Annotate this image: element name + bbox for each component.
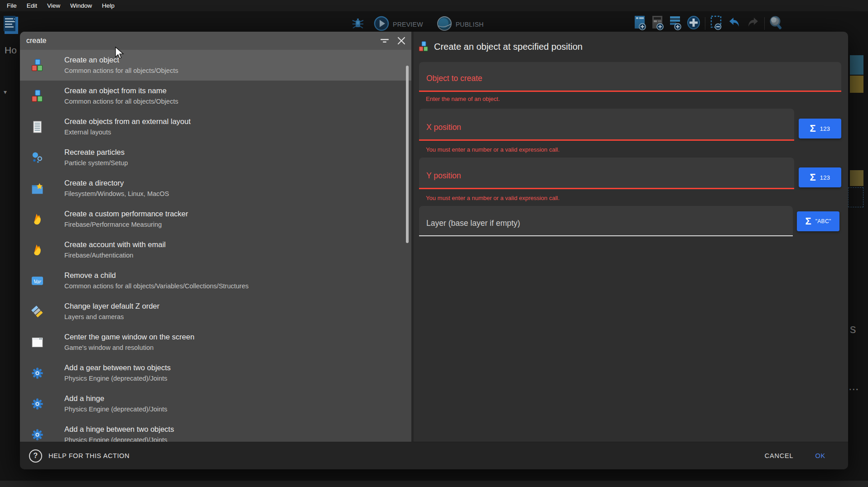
menu-bar: File Edit View Window Help bbox=[0, 0, 868, 11]
bg-scene-block-teal bbox=[850, 55, 863, 75]
sigma-icon: Σ bbox=[810, 124, 816, 134]
action-title: Create a custom performance tracker bbox=[64, 209, 188, 219]
preview-button-label[interactable]: PREVIEW bbox=[393, 21, 423, 28]
action-subtitle: Firebase/Authentication bbox=[64, 251, 166, 260]
undo-icon[interactable] bbox=[727, 15, 742, 32]
action-subtitle: Physics Engine (deprecated)/Joints bbox=[64, 435, 174, 442]
objects-cubes-icon bbox=[31, 90, 44, 103]
menu-item[interactable]: Edit bbox=[22, 0, 42, 11]
physics-gear-icon bbox=[31, 428, 44, 441]
x-position-expression-button[interactable]: Σ 123 bbox=[799, 119, 841, 138]
external-layout-icon bbox=[31, 120, 44, 134]
action-list-item[interactable]: Recreate particles Particle system/Setup bbox=[20, 142, 411, 173]
object-to-create-helper: Enter the name of an object. bbox=[426, 95, 500, 102]
firebase-flame-icon bbox=[31, 244, 44, 257]
action-subtitle: Filesystem/Windows, Linux, MacOS bbox=[64, 189, 169, 199]
help-icon: ? bbox=[29, 449, 42, 463]
menu-item[interactable]: Help bbox=[97, 0, 120, 11]
action-subtitle: Common actions for all objects/Objects bbox=[64, 97, 178, 106]
action-title: Change layer default Z order bbox=[64, 301, 159, 311]
action-list-item[interactable]: Create an object Common actions for all … bbox=[20, 50, 411, 81]
physics-gear-icon bbox=[31, 367, 44, 380]
bg-bottom-bar bbox=[0, 481, 868, 487]
add-external-events-icon[interactable] bbox=[651, 15, 665, 32]
bg-selection-outline bbox=[848, 187, 863, 207]
action-subtitle: Particle system/Setup bbox=[64, 158, 128, 168]
sigma-icon: Σ bbox=[810, 172, 816, 182]
publish-globe-icon[interactable] bbox=[437, 16, 452, 33]
y-position-helper: You must enter a number or a valid expre… bbox=[426, 195, 559, 201]
mouse-cursor bbox=[114, 47, 124, 62]
dropdown-caret-fragment: ▾ bbox=[4, 88, 7, 95]
layer-field[interactable]: Layer (base layer if empty) bbox=[419, 206, 793, 236]
menu-item[interactable]: File bbox=[2, 0, 22, 11]
add-scene-icon[interactable] bbox=[633, 15, 647, 32]
add-external-layout-icon[interactable] bbox=[669, 15, 682, 32]
action-title: Create a directory bbox=[64, 178, 169, 188]
preview-play-icon[interactable] bbox=[374, 16, 389, 33]
variable-icon bbox=[31, 274, 44, 287]
layer-placeholder: Layer (base layer if empty) bbox=[426, 219, 520, 228]
x-position-placeholder: X position bbox=[426, 123, 461, 132]
game-window-icon bbox=[31, 336, 44, 349]
action-list-item[interactable]: Create account with with email Firebase/… bbox=[20, 234, 411, 265]
search-bar bbox=[20, 32, 411, 50]
menu-item[interactable]: Window bbox=[65, 0, 97, 11]
choose-action-dialog: Create an object Common actions for all … bbox=[20, 32, 848, 469]
object-to-create-field[interactable]: Object to create bbox=[419, 62, 841, 92]
publish-button-label[interactable]: PUBLISH bbox=[456, 21, 484, 28]
app-window: File Edit View Window Help bbox=[0, 0, 868, 487]
object-to-create-placeholder: Object to create bbox=[426, 74, 482, 83]
bg-scene-block-olive bbox=[850, 76, 863, 93]
layer-expression-button[interactable]: Σ "ABC" bbox=[797, 211, 839, 231]
action-title: Remove a child bbox=[64, 270, 249, 280]
list-scrollbar[interactable] bbox=[406, 66, 409, 243]
layers-icon bbox=[31, 305, 44, 318]
action-detail-panel: Create an object at specified position O… bbox=[411, 32, 848, 442]
action-subtitle: Game's window and resolution bbox=[64, 343, 194, 353]
action-subtitle: Layers and cameras bbox=[64, 312, 159, 322]
action-list-item[interactable]: Add a hinge between two objects Physics … bbox=[20, 419, 411, 442]
action-subtitle: External layouts bbox=[64, 128, 191, 137]
debug-icon[interactable] bbox=[351, 17, 365, 32]
action-list-item[interactable]: Change layer default Z order Layers and … bbox=[20, 296, 411, 327]
add-extension-icon[interactable] bbox=[686, 15, 701, 32]
filter-icon[interactable] bbox=[379, 35, 390, 46]
dialog-footer: ? HELP FOR THIS ACTION CANCEL OK bbox=[20, 442, 848, 469]
ok-button[interactable]: OK bbox=[810, 449, 830, 463]
particles-icon bbox=[31, 151, 44, 164]
action-list: Create an object Common actions for all … bbox=[20, 50, 411, 442]
action-list-item[interactable]: Create objects from an external layout E… bbox=[20, 111, 411, 142]
action-title: Add a gear between two objects bbox=[64, 363, 171, 372]
project-manager-icon[interactable] bbox=[3, 15, 20, 37]
action-subtitle: Physics Engine (deprecated)/Joints bbox=[64, 374, 171, 383]
objects-cubes-icon bbox=[31, 59, 44, 72]
action-title: Center the game window on the screen bbox=[64, 332, 194, 342]
close-icon[interactable] bbox=[396, 35, 407, 46]
remove-selection-icon[interactable] bbox=[709, 15, 723, 32]
menu-item[interactable]: View bbox=[42, 0, 65, 11]
redo-icon[interactable] bbox=[746, 15, 760, 32]
objects-cubes-icon bbox=[418, 41, 429, 52]
x-position-field[interactable]: X position bbox=[419, 109, 794, 141]
action-list-item[interactable]: Create an object from its name Common ac… bbox=[20, 81, 411, 111]
search-input[interactable] bbox=[20, 36, 362, 45]
cancel-button[interactable]: CANCEL bbox=[760, 449, 798, 463]
action-subtitle: Common actions for all objects/Objects bbox=[64, 66, 178, 76]
bg-scene-block-olive-2 bbox=[850, 170, 863, 186]
action-subtitle: Firebase/Performance Measuring bbox=[64, 220, 188, 229]
action-list-item[interactable]: Add a gear between two objects Physics E… bbox=[20, 358, 411, 388]
folder-star-icon bbox=[31, 182, 44, 195]
action-list-item[interactable]: Create a directory Filesystem/Windows, L… bbox=[20, 173, 411, 204]
action-list-item[interactable]: Remove a child Common actions for all ob… bbox=[20, 265, 411, 296]
action-list-item[interactable]: Add a hinge Physics Engine (deprecated)/… bbox=[20, 388, 411, 419]
action-list-item[interactable]: Create a custom performance tracker Fire… bbox=[20, 204, 411, 234]
zoom-search-icon[interactable] bbox=[769, 15, 783, 32]
physics-gear-icon bbox=[31, 397, 44, 411]
action-list-item[interactable]: Center the game window on the screen Gam… bbox=[20, 327, 411, 358]
action-search-panel: Create an object Common actions for all … bbox=[20, 32, 411, 442]
toolbar: PREVIEW PUBLISH bbox=[0, 11, 868, 34]
help-button[interactable]: ? HELP FOR THIS ACTION bbox=[29, 449, 130, 463]
y-position-expression-button[interactable]: Σ 123 bbox=[799, 167, 841, 187]
y-position-field[interactable]: Y position bbox=[419, 158, 794, 189]
